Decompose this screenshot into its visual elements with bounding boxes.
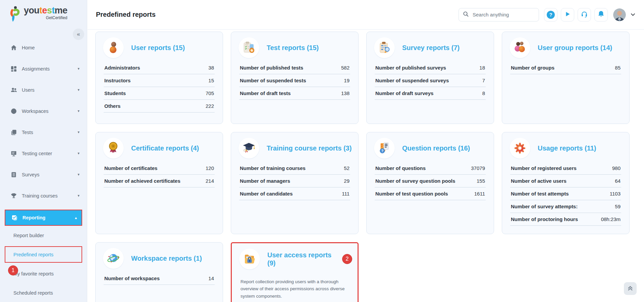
stat-row: Number of managers29 (239, 175, 350, 187)
stat-label: Number of published tests (240, 65, 303, 71)
sidebar-item-users[interactable]: Users ▾ (0, 79, 87, 100)
card-survey-reports[interactable]: Survey reports (7) Number of published s… (366, 32, 494, 124)
sidebar-subitem-report-builder[interactable]: Report builder (0, 226, 87, 245)
sidebar-item-label: Training courses (22, 193, 58, 199)
stat-row: Number of training courses52 (239, 162, 350, 175)
stat-row: Number of suspended tests19 (239, 74, 350, 87)
annotation-box-reporting: Reporting ▴ (5, 210, 82, 226)
notifications-button[interactable] (594, 8, 608, 21)
card-stats: Number of workspaces14 (96, 270, 223, 285)
stat-label: Number of proctoring hours (511, 216, 578, 222)
sidebar-item-assignments[interactable]: Assignments ▾ (0, 58, 87, 79)
stat-row: Number of achieved certificates214 (104, 175, 215, 187)
card-title: User group reports (14) (538, 44, 612, 52)
stat-value: 120 (206, 165, 214, 171)
support-button[interactable] (578, 8, 591, 21)
sidebar-subitem-scheduled-reports[interactable]: Scheduled reports (0, 283, 87, 302)
sidebar-subitem-label: Report builder (13, 233, 44, 238)
globe-icon (10, 108, 17, 114)
chevron-down-icon: ▾ (77, 67, 79, 71)
collapse-icon: « (77, 31, 80, 38)
card-usage-reports[interactable]: Usage reports (11) Number of registered … (502, 132, 630, 234)
header-actions: ? (459, 8, 635, 21)
stat-row: Number of survey attempts:59 (510, 200, 621, 213)
survey-reports-icon (374, 37, 395, 58)
stat-value: 59 (615, 204, 621, 209)
card-title: Workspace reports (1) (131, 254, 202, 262)
sidebar-subitem-predefined-reports[interactable]: Predefined reports (5, 246, 82, 263)
card-header: User reports (15) (96, 32, 223, 59)
card-header: ? Question reports (16) (367, 132, 494, 160)
report-cards-grid: User reports (15) Administrators38 Instr… (88, 30, 644, 302)
stat-label: Number of certificates (104, 165, 157, 171)
stat-label: Number of test question pools (375, 191, 448, 197)
card-header: Workspace reports (1) (96, 243, 223, 270)
annotation-box-predefined-reports: Predefined reports (0, 245, 87, 264)
stat-value: 52 (344, 165, 350, 171)
stat-value: 214 (206, 178, 214, 184)
profile-menu-chevron-icon[interactable] (631, 13, 635, 16)
card-certificate-reports[interactable]: Certificate reports (4) Number of certif… (95, 132, 223, 234)
sidebar-item-workspaces[interactable]: Workspaces ▾ (0, 100, 87, 122)
stat-row: Number of published tests582 (239, 61, 350, 74)
sidebar-subitem-label: My favorite reports (13, 271, 54, 276)
sidebar-item-home[interactable]: Home (0, 37, 87, 58)
users-icon (10, 87, 17, 93)
usage-reports-icon (509, 138, 530, 159)
sidebar-item-testing-center[interactable]: Testing center ▾ (0, 143, 87, 164)
stat-value: 582 (341, 65, 350, 71)
workspace-reports-icon (103, 248, 124, 269)
stat-label: Number of draft surveys (375, 90, 433, 96)
global-search (459, 8, 539, 21)
sidebar-item-surveys[interactable]: Surveys ▾ (0, 164, 87, 185)
svg-text:?: ? (381, 149, 383, 153)
card-header: User access reports (9) 2 (232, 243, 358, 271)
card-user-group-reports[interactable]: User group reports (14) Number of groups… (502, 32, 630, 124)
card-user-access-reports[interactable]: User access reports (9) 2 Report collect… (231, 242, 359, 302)
sidebar-item-reporting[interactable]: Reporting ▴ (5, 210, 82, 225)
stat-row: Number of published surveys18 (375, 61, 486, 74)
chevron-down-icon: ▾ (77, 172, 79, 177)
stat-label: Number of active users (511, 178, 567, 184)
card-title: Question reports (16) (402, 144, 470, 152)
card-test-reports[interactable]: Test reports (15) Number of published te… (231, 32, 359, 124)
sidebar-item-label: Tests (22, 130, 33, 135)
card-title: Usage reports (11) (538, 144, 596, 152)
stat-value: 980 (612, 165, 621, 171)
sidebar-item-label: Home (22, 45, 35, 50)
page-title: Predefined reports (96, 11, 156, 18)
content-area: User reports (15) Administrators38 Instr… (88, 30, 644, 302)
card-stats: Number of groups85 (502, 59, 629, 74)
search-input[interactable] (472, 11, 535, 18)
card-training-course-reports[interactable]: Training course reports (3) Number of tr… (231, 132, 359, 234)
sidebar-item-label: Workspaces (22, 109, 49, 114)
headset-icon (581, 10, 588, 19)
chevron-down-icon: ▾ (77, 151, 79, 156)
card-header: Test reports (15) (231, 32, 358, 59)
stat-label: Number of draft tests (240, 90, 291, 96)
sidebar-item-training-courses[interactable]: Training courses ▾ (0, 185, 87, 206)
card-title: Survey reports (7) (402, 44, 460, 52)
card-title: User access reports (9) (267, 251, 337, 267)
card-user-reports[interactable]: User reports (15) Administrators38 Instr… (95, 32, 223, 124)
chevron-up-icon: ▴ (75, 216, 77, 220)
stat-label: Others (104, 103, 120, 109)
stat-value: 14 (208, 275, 214, 281)
video-tutorials-button[interactable] (561, 8, 574, 21)
stat-value: 19 (344, 78, 350, 83)
help-button[interactable]: ? (544, 8, 557, 21)
sidebar: youtestme GetCertified « Home Assignment… (0, 0, 87, 302)
card-workspace-reports[interactable]: Workspace reports (1) Number of workspac… (95, 242, 223, 302)
stat-value: 7 (482, 78, 485, 83)
stat-row: Number of certificates120 (104, 162, 215, 175)
scroll-to-top-button[interactable] (624, 282, 637, 295)
user-access-reports-icon (239, 249, 260, 269)
user-avatar[interactable] (613, 8, 626, 21)
stat-row: Number of workspaces14 (104, 272, 215, 285)
stat-value: 64 (615, 178, 621, 184)
stat-value: 1103 (610, 191, 621, 197)
stat-label: Administrators (104, 65, 140, 71)
sidebar-nav: Home Assignments ▾ Users ▾ Workspaces ▾ (0, 37, 87, 302)
sidebar-item-tests[interactable]: Tests ▾ (0, 122, 87, 143)
card-question-reports[interactable]: ? Question reports (16) Number of questi… (366, 132, 494, 234)
